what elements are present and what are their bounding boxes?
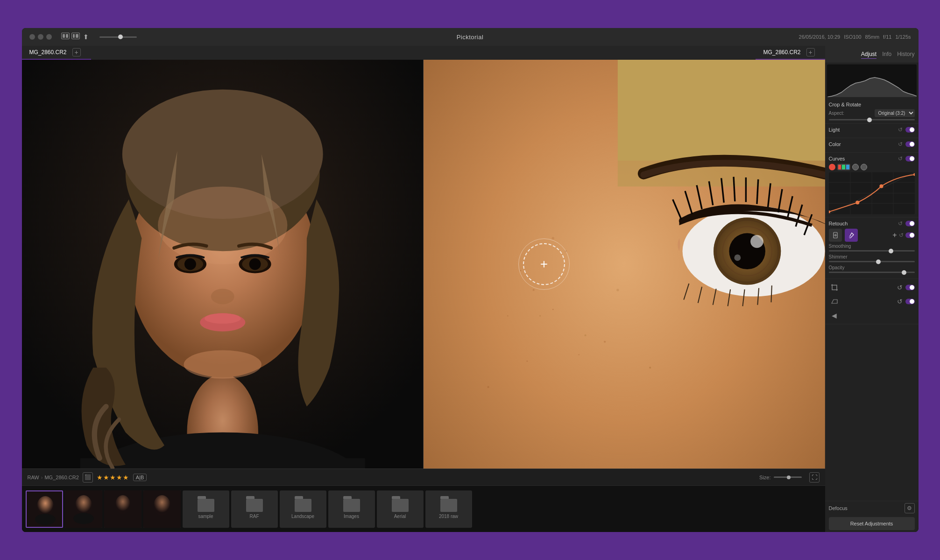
right-portrait — [424, 60, 825, 469]
perspective-tool-icon[interactable] — [829, 296, 840, 307]
status-bar: RAW › MG_2860.CR2 ⬛ ★★★★★ A|B Size: ⛶ — [22, 469, 825, 485]
tools-row-1: ↺ — [829, 282, 915, 293]
crop-slider[interactable] — [829, 119, 915, 120]
svg-point-61 — [604, 341, 606, 343]
perspective-toggle[interactable] — [905, 299, 915, 304]
smoothing-label: Smoothing — [829, 244, 851, 249]
svg-point-68 — [73, 513, 94, 524]
opacity-label: Opacity — [829, 265, 845, 270]
color-reset-icon[interactable]: ↺ — [898, 141, 903, 147]
opacity-handle[interactable] — [902, 270, 906, 275]
retouch-brush-tool[interactable] — [845, 229, 858, 242]
filmstrip-thumb-1[interactable] — [26, 490, 63, 528]
curves-reset-icon[interactable]: ↺ — [898, 155, 903, 162]
iso: ISO100 — [844, 34, 861, 40]
shimmer-slider[interactable] — [829, 261, 915, 262]
svg-point-56 — [552, 309, 554, 310]
retouch-toggle[interactable] — [905, 221, 915, 226]
curves-header: Curves ↺ — [829, 155, 915, 162]
minimize-btn[interactable] — [38, 34, 43, 40]
light-controls: ↺ — [898, 126, 915, 133]
retouch-section: Retouch ↺ + — [825, 217, 919, 279]
image-tab-bar: MG_2860.CR2 + MG_2860.CR2 + — [22, 46, 825, 60]
filmstrip-folder-sample[interactable]: sample — [183, 490, 229, 528]
filmstrip-thumb-3[interactable] — [104, 490, 141, 528]
color-header: Color ↺ — [829, 141, 915, 147]
crop-toggle[interactable] — [905, 285, 915, 290]
crop-slider-handle[interactable] — [867, 118, 872, 122]
folder-label-raf: RAF — [250, 514, 259, 519]
curves-green-channel[interactable] — [852, 164, 859, 170]
tab-history[interactable]: History — [897, 50, 914, 58]
flag-button[interactable]: ⬛ — [83, 472, 93, 483]
light-header: Light ↺ — [829, 126, 915, 133]
add-icon[interactable]: + — [892, 231, 897, 239]
filmstrip-folder-2018raw[interactable]: 2018 raw — [425, 490, 472, 528]
retouch-reset-icon[interactable]: ↺ — [898, 220, 903, 227]
opacity-slider[interactable] — [829, 272, 915, 273]
retouch-area-reset[interactable]: ↺ — [899, 232, 904, 238]
right-image-panel[interactable]: + — [424, 60, 825, 469]
brush-plus-icon: + — [540, 257, 548, 272]
filmstrip-thumb-2[interactable] — [65, 490, 102, 528]
crop-tool-icon[interactable] — [829, 282, 840, 293]
title-bar-left: ⬆ — [29, 33, 137, 41]
shimmer-handle[interactable] — [876, 259, 881, 264]
smoothing-slider[interactable] — [829, 250, 915, 252]
folder-label-sample: sample — [198, 514, 213, 519]
retouch-healing-tool[interactable] — [829, 229, 842, 242]
curves-graph[interactable] — [829, 172, 915, 214]
defocus-settings-icon[interactable]: ⚙ — [905, 503, 915, 513]
aspect-select[interactable]: Original (3:2) — [875, 109, 915, 117]
filmstrip-folder-landscape[interactable]: Landscape — [280, 490, 326, 528]
arrow-left-icon[interactable]: ◀ — [829, 310, 840, 321]
filmstrip-folder-aerial[interactable]: Aerial — [377, 490, 424, 528]
tab-close-right[interactable]: + — [806, 48, 815, 56]
curves-all-channels[interactable] — [837, 164, 850, 170]
fullscreen-button[interactable]: ⛶ — [809, 472, 820, 483]
brightness-slider[interactable] — [99, 36, 137, 38]
tab-close-left[interactable]: + — [72, 48, 81, 56]
close-btn[interactable] — [29, 34, 35, 40]
reset-adjustments-button[interactable]: Reset Adjustments — [829, 517, 915, 530]
star-rating[interactable]: ★★★★★ — [97, 474, 129, 481]
light-reset-icon[interactable]: ↺ — [898, 126, 903, 133]
tab-adjust[interactable]: Adjust — [861, 50, 876, 59]
maximize-btn[interactable] — [46, 34, 52, 40]
retouch-area-toggle[interactable] — [905, 232, 915, 238]
tab-info[interactable]: Info — [882, 50, 891, 58]
tabs-left: MG_2860.CR2 + — [22, 46, 91, 60]
svg-point-64 — [37, 496, 54, 517]
filmstrip-thumb-4[interactable] — [143, 490, 181, 528]
layout-icon-1[interactable] — [61, 33, 70, 39]
svg-point-81 — [855, 201, 859, 204]
color-toggle[interactable] — [905, 141, 915, 147]
ab-compare-button[interactable]: A|B — [133, 474, 147, 481]
main-area: MG_2860.CR2 + MG_2860.CR2 + — [22, 46, 919, 532]
curves-blue-channel[interactable] — [861, 164, 867, 170]
right-panel: Adjust Info History — [825, 46, 919, 532]
aspect-row: Aspect: Original (3:2) — [829, 109, 915, 117]
tab-right-image[interactable]: MG_2860.CR2 + — [756, 46, 825, 60]
tab-left-image[interactable]: MG_2860.CR2 + — [22, 46, 91, 60]
layout-icon-2[interactable] — [71, 33, 80, 39]
filmstrip-folder-images[interactable]: Images — [328, 490, 375, 528]
smoothing-handle[interactable] — [889, 249, 893, 253]
reset-crop-icon[interactable]: ↺ — [894, 282, 905, 293]
left-image-panel[interactable] — [22, 60, 424, 469]
defocus-row: Defocus ⚙ — [825, 501, 919, 515]
curves-red-channel[interactable] — [829, 164, 835, 170]
reset-perspective-icon[interactable]: ↺ — [894, 296, 905, 307]
curves-toggle[interactable] — [905, 156, 915, 161]
filmstrip-folder-raf[interactable]: RAF — [231, 490, 278, 528]
size-slider[interactable] — [774, 476, 802, 478]
svg-point-16 — [204, 313, 240, 323]
shimmer-row: Shimmer — [829, 254, 915, 259]
tools-row-3: ◀ — [829, 310, 915, 321]
share-icon[interactable]: ⬆ — [82, 33, 90, 41]
title-bar-right: 26/05/2016, 10:29 ISO100 85mm f/11 1/125… — [799, 34, 911, 40]
title-bar: ⬆ Picktorial 26/05/2016, 10:29 ISO100 85… — [22, 28, 919, 46]
light-toggle[interactable] — [905, 127, 915, 133]
svg-point-67 — [75, 495, 92, 516]
extra-tools-section: ↺ ↺ ◀ — [825, 279, 919, 324]
